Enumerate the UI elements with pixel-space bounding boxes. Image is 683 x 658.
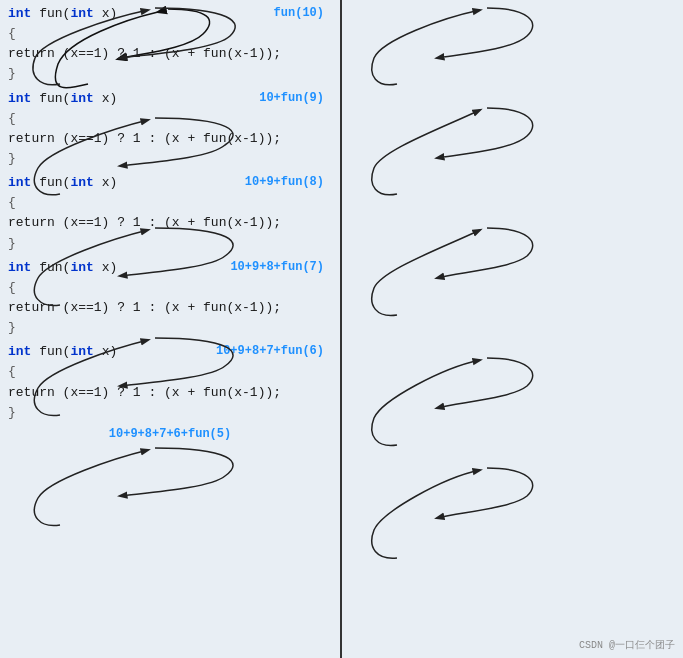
left-block-2: int fun(int x) 10+fun(9) { return (x==1)… <box>8 89 332 170</box>
column-divider <box>340 0 342 658</box>
left-bottom-annotation: 10+9+8+7+6+fun(5) <box>8 427 332 441</box>
right-arrows-overlay <box>342 0 683 658</box>
main-container: int fun(int x) fun(10) { return (x==1) ?… <box>0 0 683 658</box>
watermark: CSDN @一口仨个团子 <box>579 638 675 652</box>
left-block-4: int fun(int x) 10+9+8+fun(7) { return (x… <box>8 258 332 339</box>
left-block-3: int fun(int x) 10+9+fun(8) { return (x==… <box>8 173 332 254</box>
left-column: int fun(int x) fun(10) { return (x==1) ?… <box>0 0 340 658</box>
code-line: int fun(int x) fun(10) <box>8 4 332 24</box>
left-block-1: int fun(int x) fun(10) { return (x==1) ?… <box>8 4 332 85</box>
left-block-5: int fun(int x) 10+9+8+7+fun(6) { return … <box>8 342 332 423</box>
